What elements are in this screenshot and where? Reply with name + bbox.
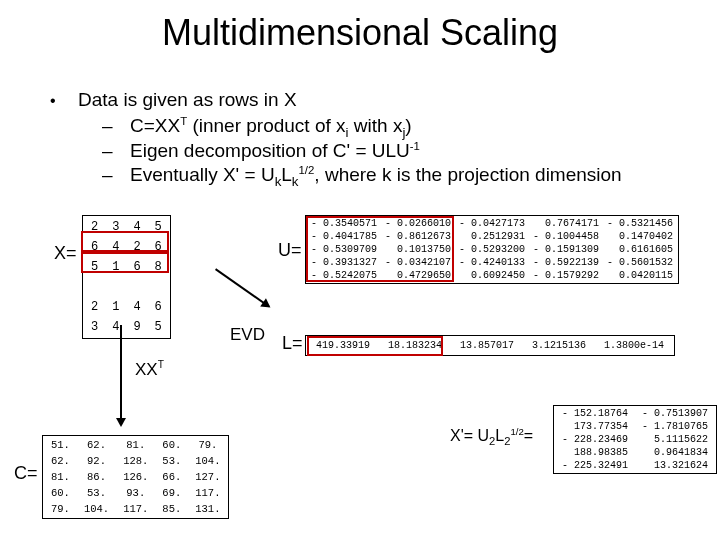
- bullet-level2: – Eventually X' = UkLk1/2, where k is th…: [102, 163, 690, 187]
- bullet-level1: • Data is given as rows in X: [50, 88, 690, 112]
- table-row: 2146: [85, 298, 168, 316]
- table-row: 60.53.93.69.117.: [45, 486, 226, 500]
- table-row: - 0.52420750.47296500.6092450- 0.1579292…: [308, 270, 676, 281]
- table-row: 419.3391918.18323413.8570173.12151361.38…: [308, 338, 672, 353]
- matrix-X: 2345 6426 5168 2146 3495: [82, 215, 171, 339]
- matrix-L: 419.3391918.18323413.8570173.12151361.38…: [305, 335, 675, 356]
- table-row: 62.92.128.53.104.: [45, 454, 226, 468]
- matrix-C-label: C=: [14, 463, 38, 484]
- table-row: - 225.3249113.321624: [556, 460, 714, 471]
- table-row: [85, 278, 168, 296]
- table-row: - 152.18764- 0.7513907: [556, 408, 714, 419]
- bullet-text: C=XXT (inner product of xi with xj): [130, 114, 412, 138]
- bullet-marker: –: [102, 114, 130, 138]
- table-row: 79.104.117.85.131.: [45, 502, 226, 516]
- xxt-label: XXT: [135, 360, 164, 380]
- bullet-level2: – C=XXT (inner product of xi with xj): [102, 114, 690, 138]
- matrix-Xprime: - 152.18764- 0.7513907 173.77354- 1.7810…: [553, 405, 717, 474]
- table-row: 3495: [85, 318, 168, 336]
- matrix-C: 51.62.81.60.79. 62.92.128.53.104. 81.86.…: [42, 435, 229, 519]
- bullet-text: Data is given as rows in X: [78, 88, 297, 112]
- slide-title: Multidimensional Scaling: [0, 12, 720, 54]
- bullet-marker: •: [50, 88, 78, 112]
- evd-label: EVD: [230, 325, 265, 345]
- table-row: 5168: [85, 258, 168, 276]
- matrix-area: X= 2345 6426 5168 2146 3495 XXT EVD C= 5…: [0, 205, 720, 540]
- matrix-U: - 0.3540571- 0.0266010- 0.04271730.76741…: [305, 215, 679, 284]
- slide: Multidimensional Scaling • Data is given…: [0, 0, 720, 540]
- matrix-U-label: U=: [278, 240, 302, 261]
- table-row: - 0.53097090.1013750- 0.5293200- 0.15913…: [308, 244, 676, 255]
- bullet-marker: –: [102, 163, 130, 187]
- table-row: 6426: [85, 238, 168, 256]
- table-row: 81.86.126.66.127.: [45, 470, 226, 484]
- table-row: - 0.3931327- 0.0342107- 0.4240133- 0.592…: [308, 257, 676, 268]
- bullet-text: Eventually X' = UkLk1/2, where k is the …: [130, 163, 622, 187]
- table-row: - 0.3540571- 0.0266010- 0.04271730.76741…: [308, 218, 676, 229]
- table-row: - 0.4041785- 0.86126730.2512931- 0.10044…: [308, 231, 676, 242]
- bullet-text: Eigen decomposition of C' = ULU-1: [130, 139, 420, 163]
- matrix-L-label: L=: [282, 333, 303, 354]
- arrow-diag-icon: [215, 268, 269, 307]
- matrix-X-label: X=: [54, 243, 77, 264]
- bullet-marker: –: [102, 139, 130, 163]
- table-row: 2345: [85, 218, 168, 236]
- table-row: 188.983850.9641834: [556, 447, 714, 458]
- arrow-down-icon: [120, 325, 122, 425]
- table-row: 173.77354- 1.7810765: [556, 421, 714, 432]
- bullet-level2: – Eigen decomposition of C' = ULU-1: [102, 139, 690, 163]
- xprime-label: X'= U2L21/2=: [450, 427, 533, 445]
- table-row: - 228.234695.1115622: [556, 434, 714, 445]
- table-row: 51.62.81.60.79.: [45, 438, 226, 452]
- bullet-list: • Data is given as rows in X – C=XXT (in…: [50, 88, 690, 188]
